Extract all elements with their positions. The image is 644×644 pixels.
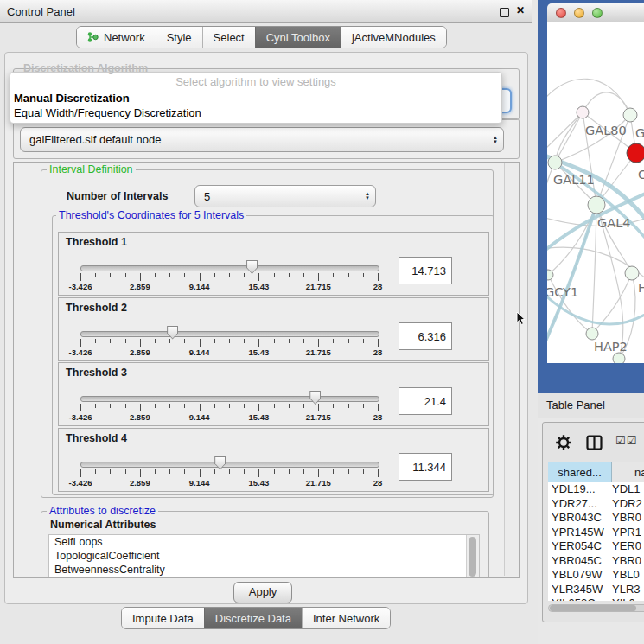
tab-select[interactable]: Select	[202, 27, 255, 48]
panel-title: Control Panel	[7, 5, 75, 18]
table-row[interactable]: YBR043CYBR0	[548, 511, 644, 526]
network-window-titlebar[interactable]	[547, 3, 644, 23]
cell-shared-name[interactable]: YBL079W	[548, 568, 612, 583]
cell-name[interactable]: YLR3	[612, 583, 644, 597]
network-view-window[interactable]: GAL80GAGAL11CGAL4GCY1HHAP2	[538, 0, 644, 393]
cell-name[interactable]: YDR2	[612, 497, 644, 512]
zoom-traffic-light-icon[interactable]	[592, 8, 603, 18]
network-node[interactable]	[548, 156, 562, 169]
slider-tick	[289, 404, 290, 408]
cell-shared-name[interactable]: YPR145W	[548, 526, 612, 540]
threshold-3-slider-thumb[interactable]	[309, 391, 321, 405]
cell-name[interactable]: YDL1	[612, 482, 644, 497]
network-node[interactable]	[547, 270, 553, 280]
table-row[interactable]: YBR045CYBR0	[548, 554, 644, 569]
attribute-item-betweennesscentrality[interactable]: BetweennessCentrality	[49, 563, 479, 577]
attributes-group-title: Attributes to discretize	[47, 505, 158, 517]
scrollbar-thumb[interactable]	[469, 537, 476, 577]
close-icon[interactable]: ✕	[516, 4, 525, 16]
tab-network[interactable]: Network	[77, 27, 156, 48]
node-table[interactable]: shared... na YDL19...YDL1YDR27...YDR2YBR…	[548, 462, 644, 601]
tab-infer-network[interactable]: Infer Network	[302, 608, 390, 628]
network-node[interactable]	[613, 353, 625, 363]
network-node[interactable]	[588, 196, 605, 214]
cell-name[interactable]: YIL0	[612, 596, 644, 601]
threshold-4-value-field[interactable]: 11.344	[399, 453, 452, 481]
cell-name[interactable]: YBR0	[612, 511, 644, 526]
threshold-2-slider-track[interactable]	[80, 331, 379, 337]
table-row[interactable]: YPR145WYPR1	[548, 526, 644, 540]
slider-tick	[169, 273, 170, 277]
threshold-3-value-field[interactable]: 21.4	[399, 387, 452, 415]
threshold-1-slider-thumb[interactable]	[246, 260, 258, 274]
slider-tick	[200, 273, 201, 281]
vertical-scrollbar[interactable]	[504, 163, 520, 576]
horizontal-scrollbar[interactable]	[548, 604, 644, 612]
threshold-4-slider-track[interactable]	[80, 462, 379, 468]
cell-name[interactable]: YPR1	[612, 526, 644, 540]
network-edge	[592, 205, 596, 334]
slider-tick	[244, 339, 245, 343]
node-label-gcy1: GCY1	[547, 285, 578, 299]
slider-tick-label: 2.859	[121, 412, 159, 422]
network-node[interactable]	[577, 106, 589, 118]
threshold-4-label: Threshold 4	[66, 432, 127, 444]
cell-shared-name[interactable]: YLR345W	[548, 583, 612, 597]
minimize-traffic-light-icon[interactable]	[574, 8, 584, 18]
network-node[interactable]	[625, 266, 639, 280]
cell-shared-name[interactable]: YBR043C	[548, 511, 612, 526]
node-label-h: H	[638, 281, 644, 295]
table-row[interactable]: YDR27...YDR2	[548, 497, 644, 512]
cell-shared-name[interactable]: YBR045C	[548, 554, 612, 569]
gear-icon[interactable]	[555, 434, 572, 455]
slider-tick	[333, 273, 334, 277]
cell-shared-name[interactable]: YER054C	[548, 539, 612, 554]
attributes-list-scrollbar[interactable]	[466, 535, 479, 578]
close-traffic-light-icon[interactable]	[556, 8, 566, 18]
threshold-4-slider-thumb[interactable]	[214, 456, 226, 470]
network-canvas[interactable]: GAL80GAGAL11CGAL4GCY1HHAP2	[547, 22, 644, 363]
table-row[interactable]: YBL079WYBL0	[548, 568, 644, 583]
table-row[interactable]: YDL19...YDL1	[548, 482, 644, 497]
checkbox-filter-icons[interactable]: ☑☑	[615, 434, 637, 447]
control-panel-titlebar: Control Panel ✕	[0, 0, 532, 23]
slider-tick	[140, 404, 141, 411]
cell-name[interactable]: YER0	[612, 539, 644, 554]
threshold-1-value-field[interactable]: 14.713	[399, 257, 452, 284]
network-node[interactable]	[627, 143, 644, 163]
threshold-1-slider-track[interactable]	[80, 265, 379, 271]
cell-name[interactable]: YBL0	[612, 568, 644, 583]
table-row[interactable]: YER054CYER0	[548, 539, 644, 554]
tab-jactivemnodules[interactable]: jActiveMNodules	[341, 27, 446, 48]
table-row[interactable]: YLR345WYLR3	[548, 583, 644, 597]
cell-name[interactable]: YBR0	[612, 554, 644, 569]
network-node[interactable]	[586, 328, 598, 340]
network-node[interactable]	[623, 108, 637, 122]
cell-shared-name[interactable]: YDR27...	[548, 497, 612, 512]
top-tab-bar: NetworkStyleSelectCyni ToolboxjActiveMNo…	[76, 26, 447, 48]
network-graph[interactable]: GAL80GAGAL11CGAL4GCY1HHAP2	[547, 22, 644, 363]
menu-item-manual-discretization[interactable]: Manual Discretization	[14, 92, 130, 105]
tab-cyni-toolbox[interactable]: Cyni Toolbox	[255, 27, 341, 48]
tab-discretize-data[interactable]: Discretize Data	[204, 608, 302, 628]
numerical-attributes-list[interactable]: SelfLoopsTopologicalCoefficientBetweenne…	[48, 534, 480, 578]
number-of-intervals-combobox[interactable]: 5 ▲▼	[194, 185, 376, 207]
horizontal-scrollbar-thumb[interactable]	[550, 605, 636, 611]
threshold-3-slider-track[interactable]	[80, 396, 379, 402]
threshold-2-value-field[interactable]: 6.316	[399, 322, 452, 350]
attribute-item-selfloops[interactable]: SelfLoops	[49, 535, 479, 549]
menu-item-equal-width-frequency[interactable]: Equal Width/Frequency Discretization	[14, 106, 201, 119]
tab-style[interactable]: Style	[156, 27, 202, 48]
float-window-icon[interactable]	[500, 8, 509, 17]
tab-impute-data[interactable]: Impute Data	[122, 608, 204, 628]
column-header-shared-name[interactable]: shared...	[548, 462, 612, 482]
cell-shared-name[interactable]: YIL052C	[548, 596, 612, 601]
threshold-2-slider-thumb[interactable]	[167, 326, 178, 340]
table-row[interactable]: YIL052CYIL0	[548, 596, 644, 601]
cell-shared-name[interactable]: YDL19...	[548, 482, 612, 497]
column-header-name[interactable]: na	[612, 462, 644, 482]
attribute-item-topologicalcoefficient[interactable]: TopologicalCoefficient	[49, 549, 479, 563]
apply-button[interactable]: Apply	[233, 582, 292, 603]
columns-icon[interactable]	[586, 435, 603, 454]
table-data-combobox[interactable]: galFiltered.sif default node ▲▼	[20, 127, 504, 152]
